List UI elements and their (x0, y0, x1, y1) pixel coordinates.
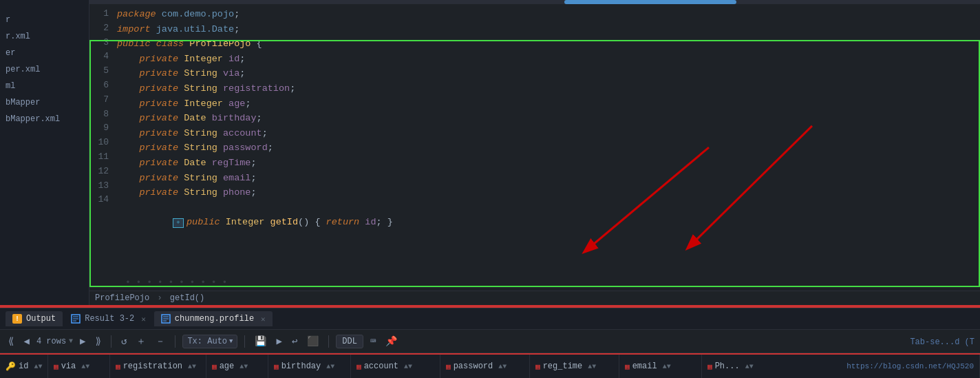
col-acct-sort: ▲▼ (404, 363, 412, 370)
col-id[interactable]: 🔑 id ▲▼ (0, 355, 48, 378)
line-num-3: 3 (103, 36, 109, 50)
line-num-14: 14 (98, 193, 109, 207)
toolbar-last-btn[interactable]: ⟫ (93, 334, 104, 348)
col-id-label: id (19, 361, 28, 371)
col-id-sort: ▲▼ (34, 363, 42, 370)
code-line-11: private Date regTime; (117, 156, 980, 171)
line-num-10: 10 (98, 136, 109, 150)
toolbar-undo-btn[interactable]: ↩ (289, 334, 300, 348)
tab-output-label: Output (26, 314, 56, 324)
toolbar-prev-btn[interactable]: ◀ (21, 334, 32, 348)
col-reg-icon: ▦ (116, 362, 120, 371)
col-pwd-sort: ▲▼ (498, 363, 507, 370)
breadcrumb: ProfilePojo › getId() (89, 291, 980, 305)
col-registration[interactable]: ▦ registration ▲▼ (110, 355, 206, 378)
code-line-10: private String password; (117, 140, 980, 156)
line-num-4: 4 (103, 50, 109, 64)
toolbar-next-btn[interactable]: ▶ (77, 334, 88, 348)
sep-3 (244, 335, 245, 348)
toolbar-remove-btn[interactable]: － (153, 334, 168, 349)
tab-profile[interactable]: chunmeng.profile ✕ (154, 311, 273, 326)
col-via-label: via (61, 361, 76, 371)
toolbar-add-btn[interactable]: ＋ (134, 334, 149, 349)
col-account-label: account (364, 361, 398, 371)
col-via-sort: ▲▼ (81, 363, 89, 370)
line-num-11: 11 (98, 150, 109, 165)
code-view: 1 2 3 4 5 6 7 8 9 10 11 12 13 14 package… (89, 4, 980, 274)
line-num-5: 5 (103, 64, 109, 78)
code-continuation: • • • • • • • • • • (89, 274, 980, 291)
col-email[interactable]: ▦ email ▲▼ (619, 355, 702, 378)
file-sidebar: r r.xml er per.xml ml bMapper bMapper.xm… (0, 0, 89, 305)
code-line-2: import java.util.Date; (117, 22, 980, 37)
toolbar-pin-btn[interactable]: 📌 (383, 334, 400, 348)
editor-area: r r.xml er per.xml ml bMapper bMapper.xm… (0, 0, 980, 305)
sidebar-item-bmapper-xml[interactable]: bMapper.xml (3, 113, 86, 125)
table-header: 🔑 id ▲▼ ▦ via ▲▼ ▦ registration ▲▼ ▦ age… (0, 353, 980, 378)
sidebar-item-bmapper[interactable]: bMapper (3, 96, 86, 109)
code-line-14: +public Integer getId() { return id; } (117, 200, 980, 245)
toolbar: ⟪ ◀ 4 rows ▼ ▶ ⟫ ↺ ＋ － Tx: Auto ▼ 💾 ▶ ↩ … (0, 330, 980, 353)
top-scrollbar[interactable] (89, 0, 980, 4)
col-bday-icon: ▦ (274, 362, 279, 371)
output-icon: ! (12, 314, 22, 324)
col-age-icon: ▦ (212, 362, 217, 371)
line-numbers: 1 2 3 4 5 6 7 8 9 10 11 12 13 14 (89, 4, 117, 274)
col-age-label: age (220, 361, 235, 371)
col-regtime-sort: ▲▼ (588, 363, 596, 370)
col-email-icon: ▦ (625, 362, 630, 371)
tab-info-right: Tab-se...d (T (910, 335, 974, 348)
col-phone-icon: ▦ (707, 362, 712, 371)
col-age[interactable]: ▦ age ▲▼ (206, 355, 268, 378)
col-phone[interactable]: ▦ Ph... ▲▼ https://blog.csdn.net/HQJ520 (702, 355, 980, 378)
col-acct-icon: ▦ (356, 362, 361, 371)
line-num-1: 1 (103, 7, 109, 21)
rows-label: 4 rows (36, 337, 66, 346)
col-via-icon: ▦ (54, 362, 58, 371)
code-line-4: private Integer id; (117, 52, 980, 67)
sidebar-item-r[interactable]: r (3, 14, 86, 26)
code-editor: 1 2 3 4 5 6 7 8 9 10 11 12 13 14 package… (89, 4, 980, 305)
sidebar-item-er[interactable]: er (3, 47, 86, 59)
code-line-5: private String via; (117, 66, 980, 81)
sidebar-item-per-xml[interactable]: per.xml (3, 63, 86, 76)
profile-tab-icon (161, 314, 171, 324)
toolbar-stop-btn[interactable]: ⬛ (304, 334, 321, 348)
col-birthday[interactable]: ▦ birthday ▲▼ (268, 355, 351, 378)
toolbar-play-btn[interactable]: ▶ (273, 334, 284, 348)
line-num-2: 2 (103, 21, 109, 36)
breadcrumb-separator: › (157, 293, 167, 303)
tab-info-text: Tab-se...d (T (910, 337, 974, 347)
code-line-8: private Date birthday; (117, 111, 980, 126)
ddl-btn[interactable]: DDL (336, 335, 363, 348)
line-num-13: 13 (98, 179, 109, 193)
code-line-9: private String account; (117, 126, 980, 141)
toolbar-first-btn[interactable]: ⟪ (6, 334, 17, 348)
toolbar-code-btn[interactable]: ⌨ (368, 334, 379, 348)
tab-profile-close[interactable]: ✕ (261, 315, 266, 324)
col-age-sort: ▲▼ (239, 363, 248, 370)
col-password[interactable]: ▦ password ▲▼ (440, 355, 530, 378)
code-content: package com.demo.pojo; import java.util.… (117, 4, 980, 274)
tx-dropdown[interactable]: Tx: Auto ▼ (182, 335, 237, 348)
toolbar-refresh-btn[interactable]: ↺ (118, 334, 129, 348)
code-line-12: private String email; (117, 171, 980, 186)
sep-4 (328, 335, 329, 348)
col-account[interactable]: ▦ account ▲▼ (351, 355, 440, 378)
toolbar-save-btn[interactable]: 💾 (252, 334, 269, 348)
sep-2 (175, 335, 175, 348)
tab-result[interactable]: Result 3-2 ✕ (64, 311, 153, 326)
tab-bar[interactable]: ! Output Result 3-2 ✕ (0, 308, 980, 330)
tx-label: Tx: Auto (187, 337, 227, 346)
key-icon: 🔑 (6, 361, 16, 372)
sidebar-item-ml[interactable]: ml (3, 80, 86, 92)
col-email-sort: ▲▼ (663, 363, 671, 370)
col-via[interactable]: ▦ via ▲▼ (48, 355, 110, 378)
col-reg-time[interactable]: ▦ reg_time ▲▼ (530, 355, 619, 378)
rows-display: 4 rows ▼ (36, 337, 73, 346)
col-birthday-label: birthday (281, 361, 321, 371)
tab-output[interactable]: ! Output (6, 311, 63, 326)
tab-result-close[interactable]: ✕ (141, 315, 146, 324)
sidebar-item-r-xml[interactable]: r.xml (3, 30, 86, 43)
col-bday-sort: ▲▼ (326, 363, 334, 370)
